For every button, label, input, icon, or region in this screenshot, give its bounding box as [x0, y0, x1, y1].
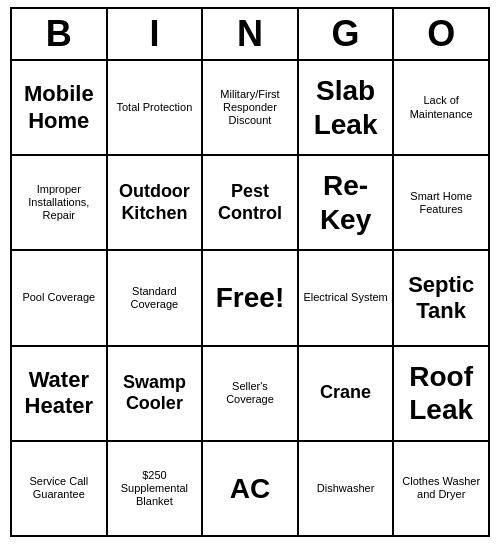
- bingo-grid: Mobile HomeTotal ProtectionMilitary/Firs…: [12, 61, 488, 535]
- bingo-row-3: Water HeaterSwamp CoolerSeller's Coverag…: [12, 347, 488, 442]
- bingo-row-4: Service Call Guarantee$250 Supplemental …: [12, 442, 488, 535]
- bingo-cell-1-0: Improper Installations, Repair: [12, 156, 108, 249]
- bingo-row-0: Mobile HomeTotal ProtectionMilitary/Firs…: [12, 61, 488, 156]
- bingo-row-2: Pool CoverageStandard CoverageFree!Elect…: [12, 251, 488, 346]
- header-letter-N: N: [203, 9, 299, 59]
- bingo-cell-0-4: Lack of Maintenance: [394, 61, 488, 154]
- bingo-cell-0-2: Military/First Responder Discount: [203, 61, 299, 154]
- header-letter-B: B: [12, 9, 108, 59]
- bingo-cell-4-2: AC: [203, 442, 299, 535]
- bingo-cell-1-2: Pest Control: [203, 156, 299, 249]
- bingo-cell-3-3: Crane: [299, 347, 395, 440]
- bingo-cell-0-0: Mobile Home: [12, 61, 108, 154]
- bingo-cell-3-4: Roof Leak: [394, 347, 488, 440]
- bingo-cell-2-2: Free!: [203, 251, 299, 344]
- bingo-cell-3-0: Water Heater: [12, 347, 108, 440]
- header-letter-O: O: [394, 9, 488, 59]
- header-letter-G: G: [299, 9, 395, 59]
- bingo-cell-2-0: Pool Coverage: [12, 251, 108, 344]
- bingo-cell-1-1: Outdoor Kitchen: [108, 156, 204, 249]
- bingo-cell-4-1: $250 Supplemental Blanket: [108, 442, 204, 535]
- bingo-cell-0-1: Total Protection: [108, 61, 204, 154]
- bingo-cell-3-1: Swamp Cooler: [108, 347, 204, 440]
- bingo-cell-4-0: Service Call Guarantee: [12, 442, 108, 535]
- bingo-card: BINGO Mobile HomeTotal ProtectionMilitar…: [10, 7, 490, 537]
- bingo-cell-1-4: Smart Home Features: [394, 156, 488, 249]
- bingo-row-1: Improper Installations, RepairOutdoor Ki…: [12, 156, 488, 251]
- bingo-cell-4-3: Dishwasher: [299, 442, 395, 535]
- bingo-header: BINGO: [12, 9, 488, 61]
- bingo-cell-3-2: Seller's Coverage: [203, 347, 299, 440]
- header-letter-I: I: [108, 9, 204, 59]
- bingo-cell-2-1: Standard Coverage: [108, 251, 204, 344]
- bingo-cell-2-3: Electrical System: [299, 251, 395, 344]
- bingo-cell-0-3: Slab Leak: [299, 61, 395, 154]
- bingo-cell-1-3: Re-Key: [299, 156, 395, 249]
- bingo-cell-4-4: Clothes Washer and Dryer: [394, 442, 488, 535]
- bingo-cell-2-4: Septic Tank: [394, 251, 488, 344]
